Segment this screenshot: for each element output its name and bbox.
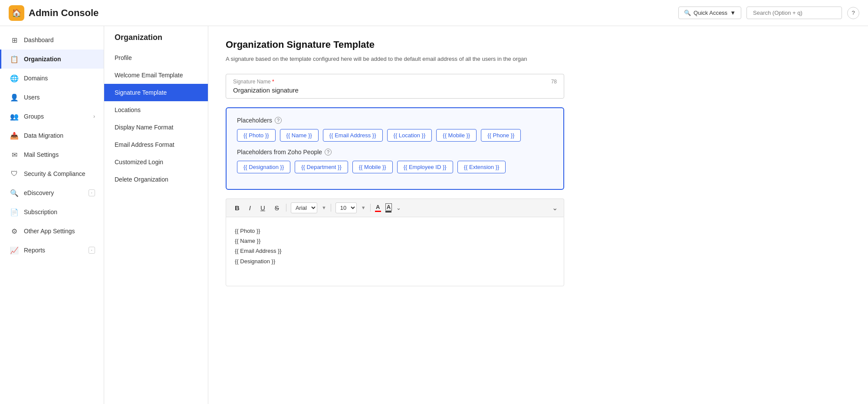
domains-icon: 🌐 [10,74,19,83]
sidebar-item-dashboard[interactable]: ⊞ Dashboard [0,30,104,50]
editor-line-2: {{ Name }} [235,236,555,246]
mid-nav-title: Organization [104,33,208,49]
external-link-icon: ⬝ [89,247,95,254]
sidebar-item-label: Mail Settings [24,151,59,158]
sidebar-item-label: Users [24,94,40,101]
sidebar-item-label: Groups [24,113,44,120]
mid-nav-item-display-name[interactable]: Display Name Format [104,119,208,136]
sidebar-item-label: Subscription [24,209,57,215]
font-family-select[interactable]: Arial [291,202,317,213]
strikethrough-button[interactable]: S [272,203,282,212]
placeholder-chip-phone[interactable]: {{ Phone }} [481,129,521,142]
sidebar-item-data-migration[interactable]: 📥 Data Migration [0,126,104,145]
reports-icon: 📈 [10,246,19,255]
app-logo: 🏠 Admin Console [9,5,99,21]
editor-line-4: {{ Designation }} [235,256,555,266]
sidebar-item-label: Domains [24,75,48,82]
mid-nav-item-locations[interactable]: Locations [104,101,208,119]
sidebar-item-domains[interactable]: 🌐 Domains [0,69,104,88]
logo-icon: 🏠 [9,5,24,21]
placeholder-chips: {{ Photo }} {{ Name }} {{ Email Address … [237,129,553,142]
placeholder-chip-mobile[interactable]: {{ Mobile }} [436,129,477,142]
mid-nav-item-delete-org[interactable]: Delete Organization [104,171,208,188]
placeholder-chip-zoho-mobile[interactable]: {{ Mobile }} [352,161,393,173]
help-icon[interactable]: ? [847,7,859,19]
sidebar-item-other-app-settings[interactable]: ⚙ Other App Settings [0,222,104,241]
quick-access-button[interactable]: 🔍 Quick Access ▼ [678,7,741,19]
mid-nav: Organization Profile Welcome Email Templ… [104,26,208,404]
editor-line-1: {{ Photo }} [235,226,555,236]
sidebar: ⊞ Dashboard 📋 Organization 🌐 Domains 👤 U… [0,26,104,404]
sidebar-item-organization[interactable]: 📋 Organization [0,50,104,69]
quick-access-label: Quick Access [694,10,727,16]
font-bg-button[interactable]: A [385,203,392,212]
signature-name-value[interactable]: Organization signature [233,86,557,94]
sidebar-item-mail-settings[interactable]: ✉ Mail Settings [0,145,104,164]
mid-nav-item-label: Display Name Format [115,124,173,131]
mid-nav-item-label: Signature Template [115,89,167,96]
placeholders-help-icon[interactable]: ? [275,117,282,124]
placeholder-chip-designation[interactable]: {{ Designation }} [237,161,290,173]
font-color-button[interactable]: A [375,204,381,212]
signature-name-label: Signature Name * [233,79,557,85]
sidebar-item-label: Organization [24,56,61,63]
external-link-icon: ⬝ [89,189,95,196]
placeholders-box: Placeholders ? {{ Photo }} {{ Name }} {{… [226,107,564,190]
placeholder-chip-photo[interactable]: {{ Photo }} [237,129,276,142]
more-options-button[interactable]: ⌄ [396,205,401,211]
mail-settings-icon: ✉ [10,150,19,159]
sidebar-item-subscription[interactable]: 📄 Subscription [0,202,104,222]
sidebar-item-label: Dashboard [24,36,54,43]
sidebar-item-users[interactable]: 👤 Users [0,88,104,107]
font-color-underline [375,211,381,212]
mid-nav-item-signature-template[interactable]: Signature Template [104,84,208,101]
placeholder-chip-department[interactable]: {{ Department }} [295,161,348,173]
mid-nav-item-label: Customized Login [115,159,163,166]
organization-icon: 📋 [10,55,19,63]
page-title: Organization Signature Template [226,39,851,50]
editor-body[interactable]: {{ Photo }} {{ Name }} {{ Email Address … [226,217,564,286]
chevron-right-icon: › [93,113,95,119]
mid-nav-item-label: Delete Organization [115,176,168,183]
sidebar-item-label: Data Migration [24,132,63,139]
expand-button[interactable]: ⌄ [552,204,558,212]
placeholder-chip-location[interactable]: {{ Location }} [387,129,432,142]
sidebar-item-ediscovery[interactable]: 🔍 eDiscovery ⬝ [0,183,104,202]
mid-nav-item-label: Email Address Format [115,141,174,148]
other-app-settings-icon: ⚙ [10,227,19,235]
users-icon: 👤 [10,93,19,102]
italic-button[interactable]: I [247,203,253,212]
main-layout: ⊞ Dashboard 📋 Organization 🌐 Domains 👤 U… [0,26,868,404]
placeholder-chip-extension[interactable]: {{ Extension }} [457,161,506,173]
ediscovery-icon: 🔍 [10,189,19,197]
mid-nav-item-customized-login[interactable]: Customized Login [104,153,208,171]
char-count: 78 [551,79,557,85]
mid-nav-item-profile[interactable]: Profile [104,49,208,66]
sidebar-item-groups[interactable]: 👥 Groups › [0,107,104,126]
placeholder-chip-name[interactable]: {{ Name }} [280,129,319,142]
placeholder-chip-email[interactable]: {{ Email Address }} [323,129,383,142]
signature-name-field: Signature Name * Organization signature … [226,74,564,99]
zoho-placeholder-chips: {{ Designation }} {{ Department }} {{ Mo… [237,161,553,173]
mid-nav-item-email-address-format[interactable]: Email Address Format [104,136,208,153]
subscription-icon: 📄 [10,208,19,216]
app-name: Admin Console [29,7,99,19]
zoho-placeholders-help-icon[interactable]: ? [325,149,332,156]
placeholder-chip-employee-id[interactable]: {{ Employee ID }} [397,161,453,173]
mid-nav-item-label: Locations [115,106,141,113]
sidebar-item-security[interactable]: 🛡 Security & Compliance [0,164,104,183]
groups-icon: 👥 [10,112,19,121]
top-header: 🏠 Admin Console 🔍 Quick Access ▼ ? [0,0,868,26]
mid-nav-item-welcome-email[interactable]: Welcome Email Template [104,66,208,84]
sidebar-item-label: Other App Settings [24,228,75,235]
toolbar-divider-3 [370,204,371,212]
header-right: 🔍 Quick Access ▼ ? [678,7,859,19]
underline-button[interactable]: U [258,203,268,212]
sidebar-item-reports[interactable]: 📈 Reports ⬝ [0,241,104,260]
bold-button[interactable]: B [232,203,242,212]
search-input[interactable] [746,7,842,19]
toolbar-divider-1 [286,204,286,212]
editor-line-3: {{ Email Address }} [235,246,555,256]
font-size-select[interactable]: 10 [335,202,357,213]
font-size-chevron: ▼ [361,205,366,210]
